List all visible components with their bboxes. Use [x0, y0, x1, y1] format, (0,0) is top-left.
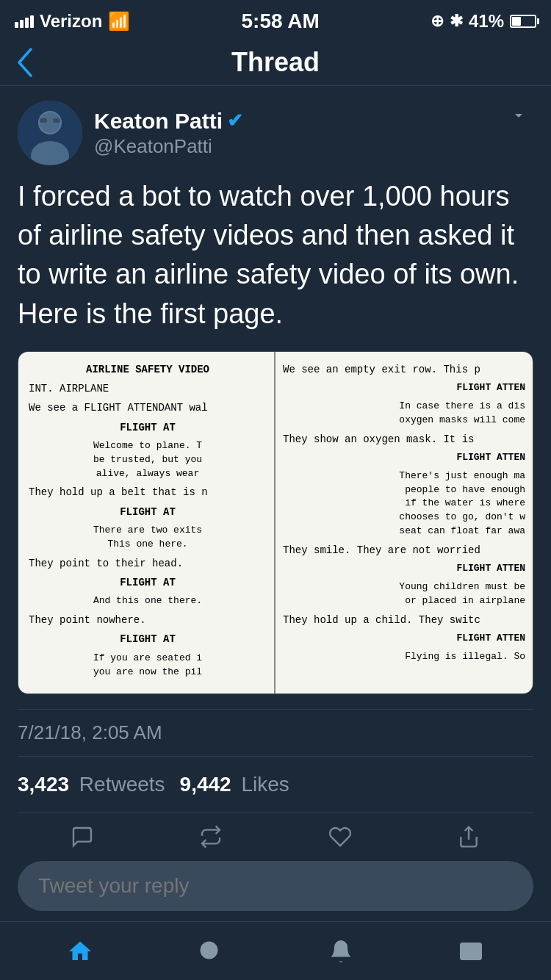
reply-container: [0, 851, 551, 921]
script-line: They hold up a belt that is n: [29, 485, 267, 500]
share-button[interactable]: [457, 825, 480, 849]
script-line: They point to their head.: [29, 556, 267, 571]
retweets-label: Retweets: [79, 773, 165, 796]
likes-count: 9,442: [180, 773, 231, 796]
script-line: If you are seated iyou are now the pil: [29, 652, 267, 680]
script-document: AIRLINE SAFETY VIDEO INT. AIRPLANE We se…: [18, 352, 533, 694]
script-title: AIRLINE SAFETY VIDEO: [29, 362, 267, 377]
script-line: Flying is illegal. So: [283, 650, 525, 664]
script-line: FLIGHT ATTEN: [283, 451, 525, 465]
script-right-column: We see an empty exit row. This p FLIGHT …: [276, 352, 533, 694]
script-line: There are two exitsThis one here.: [29, 524, 267, 552]
tab-home[interactable]: [58, 929, 102, 973]
tab-notifications[interactable]: [319, 929, 363, 973]
user-left: Keaton Patti ✔ @KeatonPatti: [18, 101, 243, 165]
user-info: Keaton Patti ✔ @KeatonPatti: [94, 109, 243, 158]
tab-bar: [0, 921, 551, 980]
script-line: There's just enough mapeople to have eno…: [283, 469, 525, 538]
tab-search[interactable]: [188, 929, 232, 973]
tweet-stats: 3,423 Retweets 9,442 Likes: [18, 757, 533, 813]
nav-bar: Thread: [0, 40, 551, 86]
script-line: They show an oxygen mask. It is: [283, 432, 525, 447]
tweet-timestamp: 7/21/18, 2:05 AM: [18, 709, 533, 757]
tab-messages[interactable]: [449, 929, 493, 973]
script-left-column: AIRLINE SAFETY VIDEO INT. AIRPLANE We se…: [18, 352, 276, 694]
script-line: Young children must beor placed in airpl…: [283, 580, 525, 608]
script-line: FLIGHT ATTEN: [283, 562, 525, 576]
script-line: In case there is a disoxygen masks will …: [283, 400, 525, 428]
tweet-container: Keaton Patti ✔ @KeatonPatti I forced a b…: [0, 86, 551, 861]
likes-label: Likes: [241, 773, 289, 796]
script-line: FLIGHT AT: [29, 420, 267, 435]
battery-fill: [512, 17, 521, 26]
location-icon: ⊕: [431, 12, 444, 31]
battery-icon: [510, 15, 536, 28]
script-line: They smile. They are not worried: [283, 543, 525, 558]
script-line: FLIGHT ATTEN: [283, 632, 525, 646]
script-line: FLIGHT AT: [29, 575, 267, 590]
svg-rect-5: [40, 118, 47, 123]
dropdown-arrow[interactable]: [504, 101, 533, 134]
tweet-image: AIRLINE SAFETY VIDEO INT. AIRPLANE We se…: [18, 351, 533, 695]
status-right: ⊕ ✱ 41%: [431, 11, 536, 32]
verified-badge: ✔: [227, 109, 243, 132]
signal-bars: [15, 15, 34, 28]
user-header: Keaton Patti ✔ @KeatonPatti: [18, 101, 533, 165]
back-button[interactable]: [15, 46, 35, 79]
battery-percent: 41%: [469, 11, 504, 32]
tweet-text: I forced a bot to watch over 1,000 hours…: [18, 177, 533, 334]
status-bar: Verizon 📶 5:58 AM ⊕ ✱ 41%: [0, 0, 551, 40]
script-line: Welcome to plane. Tbe trusted, but youal…: [29, 439, 267, 481]
wifi-icon: 📶: [108, 11, 130, 32]
svg-point-8: [201, 941, 218, 959]
retweets-stat[interactable]: 3,423 Retweets: [18, 773, 165, 796]
time-display: 5:58 AM: [241, 10, 319, 33]
bluetooth-icon: ✱: [450, 12, 463, 31]
page-title: Thread: [231, 47, 320, 78]
svg-line-9: [215, 956, 220, 961]
script-line: And this one there.: [29, 594, 267, 608]
avatar[interactable]: [18, 101, 82, 165]
retweet-button[interactable]: [199, 825, 223, 849]
script-line: INT. AIRPLANE: [29, 381, 267, 396]
retweets-count: 3,423: [18, 773, 69, 796]
reply-input[interactable]: [18, 861, 533, 911]
username: @KeatonPatti: [94, 135, 243, 158]
script-line: They point nowhere.: [29, 613, 267, 627]
script-line: FLIGHT AT: [29, 632, 267, 646]
script-line: FLIGHT AT: [29, 505, 267, 519]
reply-button[interactable]: [71, 825, 94, 849]
status-left: Verizon 📶: [15, 11, 130, 32]
likes-stat[interactable]: 9,442 Likes: [180, 773, 289, 796]
script-line: We see a FLIGHT ATTENDANT wal: [29, 400, 267, 415]
svg-rect-6: [53, 118, 60, 123]
display-name: Keaton Patti ✔: [94, 109, 243, 134]
carrier-label: Verizon: [40, 11, 102, 32]
script-line: We see an empty exit row. This p: [283, 362, 525, 377]
script-line: They hold up a child. They switc: [283, 613, 525, 627]
script-line: FLIGHT ATTEN: [283, 381, 525, 395]
like-button[interactable]: [328, 825, 352, 849]
